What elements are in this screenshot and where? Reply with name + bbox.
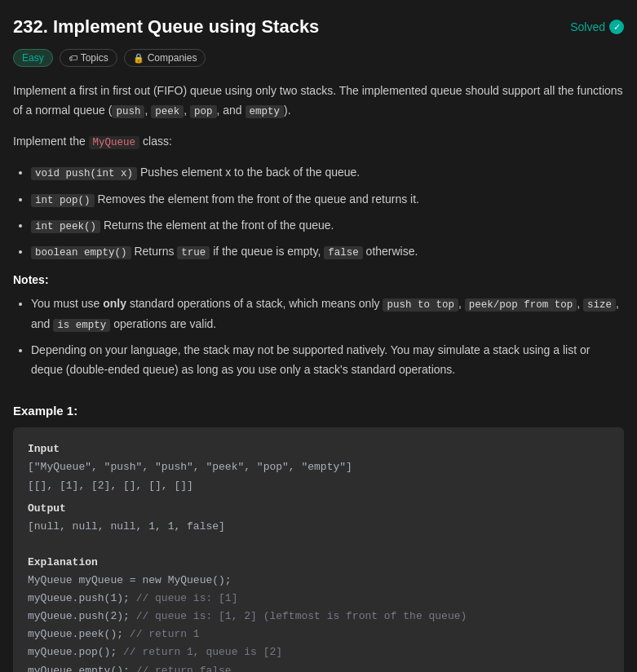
code-push-to-top: push to top (383, 298, 458, 312)
method-empty-code: boolean empty() (31, 246, 131, 259)
method-empty: boolean empty() Returns true if the queu… (31, 242, 624, 262)
easy-label: Easy (22, 52, 44, 64)
code-peek-pop: peek/pop from top (465, 298, 577, 312)
method-push: void push(int x) Pushes element x to the… (31, 163, 624, 183)
method-empty-desc-prefix: Returns (134, 245, 177, 258)
method-pop-desc: Removes the element from the front of th… (97, 192, 419, 206)
companies-label: Companies (148, 52, 197, 64)
code-pop: pop (190, 105, 217, 118)
true-badge: true (177, 246, 210, 259)
example-header: Example 1: (13, 404, 624, 418)
code-empty: empty (246, 105, 285, 118)
solved-check-icon: ✓ (609, 20, 624, 34)
note-1: You must use only standard operations of… (31, 294, 624, 334)
tags-row: Easy 🏷 Topics 🔒 Companies (13, 49, 624, 67)
note-2: Depending on your language, the stack ma… (31, 341, 624, 380)
lock-icon: 🔒 (133, 53, 144, 64)
problem-title: 232. Implement Queue using Stacks (13, 16, 319, 38)
code-size: size (583, 298, 616, 312)
input-line1: ["MyQueue", "push", "push", "peek", "pop… (28, 458, 609, 476)
code-line-4: myQueue.pop(); // return 1, queue is [2] (28, 643, 609, 661)
tag-topics[interactable]: 🏷 Topics (60, 49, 117, 67)
header-row: 232. Implement Queue using Stacks Solved… (13, 16, 624, 38)
tag-topics-icon: 🏷 (69, 53, 77, 63)
code-push: push (112, 105, 144, 118)
method-empty-desc-end: otherwise. (363, 245, 418, 258)
method-pop-code: int pop() (31, 194, 95, 207)
only-bold: only (103, 297, 126, 310)
method-push-code: void push(int x) (31, 167, 137, 180)
output-section: Output (28, 500, 609, 518)
explanation-label: Explanation (28, 554, 609, 572)
code-line-2: myQueue.push(2); // queue is: [1, 2] (le… (28, 608, 609, 626)
code-line-1: myQueue.push(1); // queue is: [1] (28, 590, 609, 608)
class-name: MyQueue (89, 136, 140, 149)
method-empty-desc-mid: if the queue is empty, (210, 245, 324, 258)
solved-label: Solved (570, 20, 605, 33)
method-push-desc: Pushes element x to the back of the queu… (140, 166, 360, 179)
tag-companies[interactable]: 🔒 Companies (124, 49, 206, 67)
method-peek-code: int peek() (31, 220, 100, 233)
topics-label: Topics (81, 52, 108, 64)
description-p1: Implement a first in first out (FIFO) qu… (13, 82, 624, 121)
notes-header: Notes: (13, 273, 624, 286)
code-is-empty: is empty (53, 319, 110, 332)
code-line-5: myQueue.empty(); // return false (28, 662, 609, 672)
tag-easy[interactable]: Easy (13, 49, 53, 67)
method-pop: int pop() Removes the element from the f… (31, 190, 624, 210)
method-peek-desc: Returns the element at the front of the … (104, 219, 334, 232)
output-value: [null, null, null, 1, 1, false] (28, 518, 609, 536)
code-line-0: MyQueue myQueue = new MyQueue(); (28, 572, 609, 590)
description-p2: Implement the MyQueue class: (13, 132, 624, 152)
code-peek: peek (151, 105, 184, 118)
example-code-block: Input ["MyQueue", "push", "push", "peek"… (13, 427, 624, 672)
input-label: Input (28, 440, 609, 458)
solved-badge: Solved ✓ (570, 20, 624, 34)
output-label: Output (28, 502, 66, 515)
false-badge: false (324, 246, 363, 259)
notes-list: You must use only standard operations of… (13, 294, 624, 379)
input-line2: [[], [1], [2], [], [], []] (28, 477, 609, 495)
method-peek: int peek() Returns the element at the fr… (31, 216, 624, 236)
methods-list: void push(int x) Pushes element x to the… (13, 163, 624, 262)
code-line-3: myQueue.peek(); // return 1 (28, 626, 609, 643)
